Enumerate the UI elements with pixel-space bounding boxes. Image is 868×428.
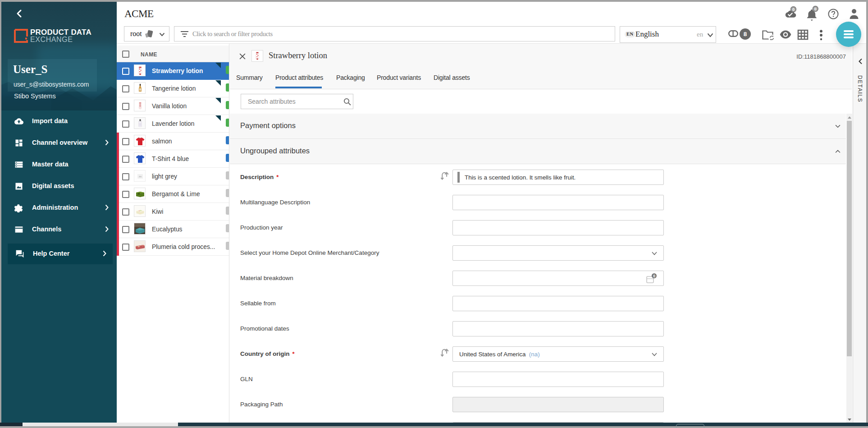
svg-text:0: 0 [653, 274, 655, 278]
svg-text:0: 0 [814, 7, 817, 11]
svg-text:0: 0 [792, 7, 795, 12]
